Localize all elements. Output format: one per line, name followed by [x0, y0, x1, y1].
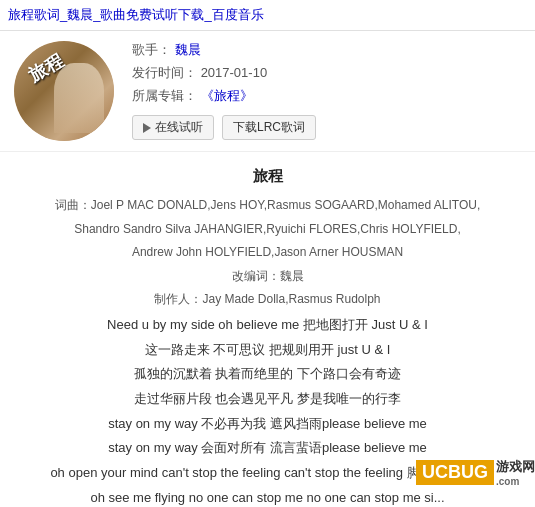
song-info-section: 旅程 歌手： 魏晨 发行时间： 2017-01-10 所属专辑： 《旅程》 在线… — [0, 31, 535, 152]
artist-row: 歌手： 魏晨 — [132, 41, 521, 59]
play-icon — [143, 123, 151, 133]
release-date: 2017-01-10 — [201, 65, 268, 80]
lyric-line: 孤独的沉默着 执着而绝里的 下个路口会有奇迹 — [20, 362, 515, 387]
lyric-line: Need u by my side oh believe me 把地图打开 Ju… — [20, 313, 515, 338]
page-title-bar: 旅程歌词_魏晨_歌曲免费试听下载_百度音乐 — [0, 0, 535, 31]
watermark: UCBUG 游戏网.com — [416, 458, 535, 487]
lyric-line: stay on my way 不必再为我 遮风挡雨please believe … — [20, 412, 515, 437]
release-row: 发行时间： 2017-01-10 — [132, 64, 521, 82]
ucbug-text: UCBUG — [416, 460, 494, 485]
album-link[interactable]: 《旅程》 — [201, 88, 253, 103]
adaptation-label: 改编词：魏晨 — [20, 266, 515, 288]
download-button[interactable]: 下载LRC歌词 — [222, 115, 316, 140]
lyric-line: 走过华丽片段 也会遇见平凡 梦是我唯一的行李 — [20, 387, 515, 412]
play-button-label: 在线试听 — [155, 119, 203, 136]
credits-line3: Andrew John HOLYFIELD,Jason Arner HOUSMA… — [20, 242, 515, 264]
song-meta: 歌手： 魏晨 发行时间： 2017-01-10 所属专辑： 《旅程》 在线试听 … — [132, 41, 521, 140]
album-cover-image: 旅程 — [14, 41, 114, 141]
lyric-line: 这一路走来 不可思议 把规则用开 just U & I — [20, 338, 515, 363]
page-title-link[interactable]: 旅程歌词_魏晨_歌曲免费试听下载_百度音乐 — [8, 7, 264, 22]
producer-line: 制作人：Jay Made Dolla,Rasmus Rudolph — [20, 289, 515, 311]
album-row: 所属专辑： 《旅程》 — [132, 87, 521, 105]
artist-label: 歌手： — [132, 42, 171, 57]
album-cover: 旅程 — [14, 41, 114, 141]
release-label: 发行时间： — [132, 65, 197, 80]
lyrics-section: 旅程 词曲：Joel P MAC DONALD,Jens HOY,Rasmus … — [0, 152, 535, 507]
album-cover-figure — [54, 63, 104, 133]
play-button[interactable]: 在线试听 — [132, 115, 214, 140]
lyric-line: oh see me flying no one can stop me no o… — [20, 486, 515, 507]
lyrics-song-title: 旅程 — [20, 162, 515, 189]
artist-link[interactable]: 魏晨 — [175, 42, 201, 57]
song-actions: 在线试听 下载LRC歌词 — [132, 115, 521, 140]
download-button-label: 下载LRC歌词 — [233, 119, 305, 136]
credits-line2: Shandro Sandro Silva JAHANGIER,Ryuichi F… — [20, 219, 515, 241]
album-label: 所属专辑： — [132, 88, 197, 103]
com-text: .com — [496, 476, 535, 487]
credits-line1: 词曲：Joel P MAC DONALD,Jens HOY,Rasmus SOG… — [20, 195, 515, 217]
game-text: 游戏网.com — [496, 458, 535, 487]
